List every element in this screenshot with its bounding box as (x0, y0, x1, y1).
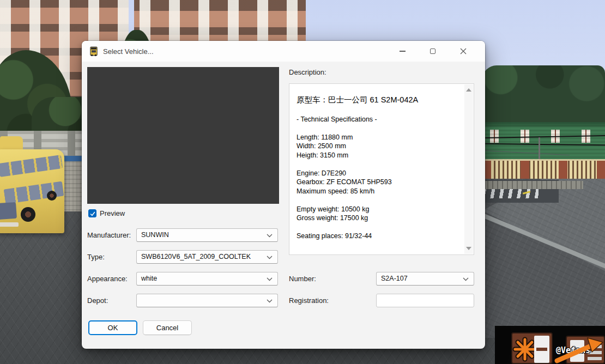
description-line (297, 196, 464, 205)
fence-base-wall (482, 181, 583, 189)
description-content: 原型车：巴士一公司 61 S2M-042A - Technical Specif… (289, 84, 464, 254)
close-icon (460, 48, 467, 54)
type-label: Type: (87, 250, 105, 264)
minimize-button[interactable] (387, 41, 418, 62)
close-button[interactable] (448, 41, 479, 62)
triangle-down-icon[interactable] (466, 247, 471, 250)
game-viewport[interactable]: @Vefans Select Vehicle... (0, 0, 605, 364)
number-label: Number: (289, 272, 316, 286)
description-line (297, 223, 464, 232)
toolbar-button-vehicle[interactable] (511, 332, 553, 364)
check-icon (89, 210, 96, 217)
arrow-up-right-icon (552, 337, 604, 364)
appearance-label: Appearance: (87, 272, 128, 286)
type-value: SWB6120V6_5AT_2009_COOLTEK (141, 253, 251, 260)
minimize-icon (400, 51, 406, 51)
chevron-down-icon (463, 277, 469, 281)
bus-windshield (0, 202, 17, 220)
type-combobox[interactable]: SWB6120V6_5AT_2009_COOLTEK (136, 250, 278, 264)
vehicle-preview (87, 67, 279, 204)
registration-label: Registration: (289, 294, 329, 307)
bus-wheel (21, 207, 35, 222)
bus-upper-windows (0, 155, 63, 177)
description-line: Heigth: 3150 mm (297, 151, 464, 160)
chevron-down-icon (267, 234, 273, 238)
depot-label: Depot: (87, 294, 108, 307)
number-value: S2A-107 (381, 275, 408, 282)
description-line: Seating places: 91/32-44 (297, 232, 464, 241)
stone-wall (61, 161, 83, 211)
manufacturer-label: Manufacturer: (87, 228, 131, 242)
chevron-down-icon (267, 277, 273, 281)
dialog-title: Select Vehicle... (103, 47, 154, 56)
description-line: Engine: D7E290 (297, 169, 464, 178)
ok-button[interactable]: OK (88, 320, 137, 335)
manufacturer-value: SUNWIN (141, 231, 169, 239)
toolbar-panel: @Vefans (495, 326, 605, 364)
number-combobox[interactable]: S2A-107 (376, 272, 474, 286)
description-line: Width: 2500 mm (297, 142, 464, 151)
description-box[interactable]: 原型车：巴士一公司 61 S2M-042A - Technical Specif… (289, 83, 474, 255)
description-line: Maximum speed: 85 km/h (297, 187, 464, 196)
door-icon (534, 336, 549, 363)
bus-bumper (0, 222, 19, 227)
description-line: Gearbox: ZF ECOMAT 5HP593 (297, 178, 464, 187)
description-line (297, 160, 464, 169)
description-line: Gross weight: 17500 kg (297, 214, 464, 223)
description-line (297, 124, 464, 133)
chevron-down-icon (267, 256, 273, 259)
select-vehicle-dialog: Select Vehicle... (82, 41, 485, 349)
bus-wheel (47, 191, 57, 201)
description-line: Length: 11880 mm (297, 133, 464, 142)
dialog-titlebar[interactable]: Select Vehicle... (82, 41, 485, 62)
triangle-up-icon[interactable] (466, 88, 471, 92)
description-line: Empty weight: 10500 kg (297, 205, 464, 214)
tree-line (482, 65, 605, 126)
description-line (297, 106, 464, 115)
appearance-combobox[interactable]: white (136, 272, 278, 286)
preview-label: Preview (100, 209, 125, 217)
bus-icon (89, 46, 99, 56)
green-roof-building (482, 122, 605, 160)
cancel-button[interactable]: Cancel (143, 320, 192, 335)
description-label: Description: (289, 68, 326, 76)
chevron-down-icon (267, 299, 273, 303)
double-decker-bus (0, 149, 64, 233)
preview-checkbox[interactable] (88, 209, 96, 217)
maximize-icon (430, 48, 435, 54)
appearance-value: white (141, 275, 157, 282)
description-line: - Technical Specifications - (297, 115, 464, 124)
description-scrollbar[interactable] (464, 84, 473, 254)
depot-combobox[interactable] (136, 294, 278, 307)
maximize-button[interactable] (418, 41, 448, 62)
description-line: 原型车：巴士一公司 61 S2M-042A (297, 94, 464, 105)
registration-input[interactable] (376, 294, 474, 307)
manufacturer-combobox[interactable]: SUNWIN (136, 228, 278, 242)
